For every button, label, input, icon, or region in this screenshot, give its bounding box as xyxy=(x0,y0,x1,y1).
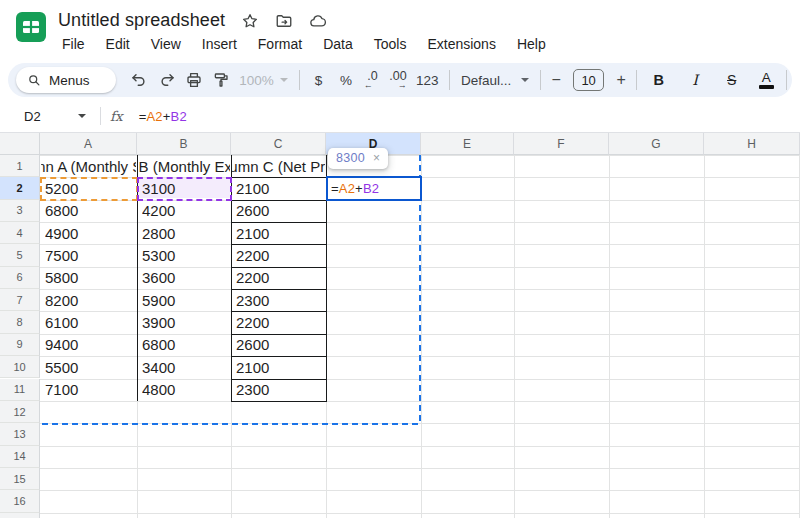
column-header-A[interactable]: A xyxy=(40,133,137,155)
cell-A7[interactable]: 8200 xyxy=(45,289,135,311)
cell-B4[interactable]: 2800 xyxy=(142,222,229,244)
cell-C5[interactable]: 2200 xyxy=(236,244,324,266)
table-border-h xyxy=(231,289,327,290)
row-header-10[interactable]: 10 xyxy=(0,356,40,378)
gridline-h xyxy=(40,468,800,469)
row-header-9[interactable]: 9 xyxy=(0,334,40,356)
formula-preview-value: 8300 xyxy=(336,151,365,165)
cell-B7[interactable]: 5900 xyxy=(142,289,229,311)
formula-token: A2 xyxy=(339,181,355,196)
cell-A4[interactable]: 4900 xyxy=(45,222,135,244)
table-border-h xyxy=(231,401,327,402)
row-header-15[interactable]: 15 xyxy=(0,468,40,490)
table-border-h xyxy=(231,244,327,245)
cell-A10[interactable]: 5500 xyxy=(45,356,135,378)
row-header-14[interactable]: 14 xyxy=(0,446,40,468)
cell-A9[interactable]: 9400 xyxy=(45,334,135,356)
table-border-h xyxy=(231,356,327,357)
column-header-G[interactable]: G xyxy=(609,133,704,155)
column-header-B[interactable]: B xyxy=(137,133,231,155)
column-header-C[interactable]: C xyxy=(231,133,326,155)
gridline-v xyxy=(609,155,610,518)
cell-editor-D2[interactable]: =A2+B2 xyxy=(326,176,422,200)
cell-B10[interactable]: 3400 xyxy=(142,356,229,378)
spreadsheet-grid: ABCDEFGH1234567891011121314151617Column … xyxy=(0,0,800,518)
row-header-5[interactable]: 5 xyxy=(0,244,40,266)
reference-highlight-A2 xyxy=(40,177,138,200)
cell-C2[interactable]: 2100 xyxy=(236,177,324,199)
cell-A3[interactable]: 6800 xyxy=(45,200,135,222)
cell-C6[interactable]: 2200 xyxy=(236,267,324,289)
column-header-F[interactable]: F xyxy=(514,133,609,155)
gridline-v xyxy=(514,155,515,518)
cell-A5[interactable]: 7500 xyxy=(45,244,135,266)
cell-B8[interactable]: 3900 xyxy=(142,311,229,333)
gridline-v xyxy=(704,155,705,518)
column-header-E[interactable]: E xyxy=(421,133,514,155)
row-header-8[interactable]: 8 xyxy=(0,311,40,333)
cell-A1[interactable]: Column A (Monthly Sales) xyxy=(41,156,136,177)
row-header-2[interactable]: 2 xyxy=(0,177,40,199)
cell-C10[interactable]: 2100 xyxy=(236,356,324,378)
cell-A11[interactable]: 7100 xyxy=(45,379,135,401)
column-header-H[interactable]: H xyxy=(704,133,800,155)
cell-C7[interactable]: 2300 xyxy=(236,289,324,311)
cell-A6[interactable]: 5800 xyxy=(45,267,135,289)
table-border-h xyxy=(231,334,327,335)
cell-C11[interactable]: 2300 xyxy=(236,379,324,401)
cell-B9[interactable]: 6800 xyxy=(142,334,229,356)
table-border-h xyxy=(231,222,327,223)
table-border-h xyxy=(231,267,327,268)
cell-B1[interactable]: Column B (Monthly Expenses) xyxy=(138,156,230,177)
table-border-h xyxy=(231,200,327,201)
formula-token: B2 xyxy=(363,181,379,196)
formula-token: + xyxy=(355,181,363,196)
cell-C4[interactable]: 2100 xyxy=(236,222,324,244)
select-all-corner[interactable] xyxy=(0,133,40,155)
reference-highlight-B2 xyxy=(137,177,232,200)
cell-B3[interactable]: 4200 xyxy=(142,200,229,222)
row-header-13[interactable]: 13 xyxy=(0,423,40,445)
close-icon[interactable]: × xyxy=(373,151,380,165)
table-border-h xyxy=(231,177,327,178)
row-header-16[interactable]: 16 xyxy=(0,490,40,512)
row-header-17[interactable]: 17 xyxy=(0,513,40,518)
table-border-h xyxy=(231,379,327,380)
row-header-6[interactable]: 6 xyxy=(0,267,40,289)
fill-marquee-bottom xyxy=(42,423,421,425)
row-header-7[interactable]: 7 xyxy=(0,289,40,311)
formula-token: = xyxy=(331,181,339,196)
row-header-12[interactable]: 12 xyxy=(0,401,40,423)
row-header-11[interactable]: 11 xyxy=(0,379,40,401)
table-border-h xyxy=(231,311,327,312)
cell-C1[interactable]: Column C (Net Profit) xyxy=(232,156,325,177)
formula-preview-tooltip: 8300× xyxy=(328,148,388,169)
cell-C8[interactable]: 2200 xyxy=(236,311,324,333)
gridline-h xyxy=(40,446,800,447)
cell-B11[interactable]: 4800 xyxy=(142,379,229,401)
gridline-h xyxy=(40,490,800,491)
gridline-v xyxy=(421,155,422,518)
row-header-4[interactable]: 4 xyxy=(0,222,40,244)
gridline-h xyxy=(40,513,800,514)
row-header-3[interactable]: 3 xyxy=(0,200,40,222)
cell-B5[interactable]: 5300 xyxy=(142,244,229,266)
google-sheets-app: Untitled spreadsheet FileEditViewInsertF… xyxy=(0,0,800,518)
cell-C3[interactable]: 2600 xyxy=(236,200,324,222)
cell-B6[interactable]: 3600 xyxy=(142,267,229,289)
cell-A8[interactable]: 6100 xyxy=(45,311,135,333)
cell-C9[interactable]: 2600 xyxy=(236,334,324,356)
row-header-1[interactable]: 1 xyxy=(0,155,40,177)
